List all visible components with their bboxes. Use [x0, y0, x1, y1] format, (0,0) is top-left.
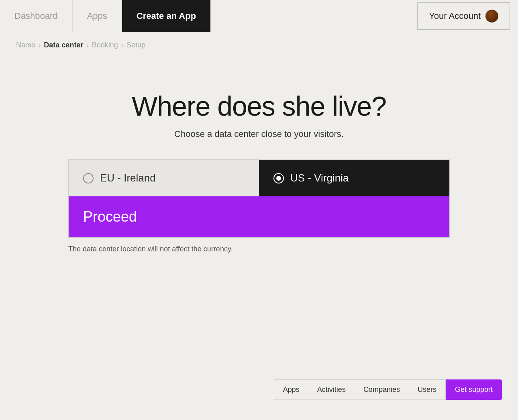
breadcrumb-sep-2: › [86, 42, 88, 49]
breadcrumb-setup[interactable]: Setup [126, 41, 145, 49]
main-content: Where does she live? Choose a data cente… [0, 58, 518, 253]
footer-activities[interactable]: Activities [308, 379, 355, 400]
avatar [485, 10, 498, 22]
breadcrumb-sep-3: › [121, 42, 123, 49]
selector-options: EU - Ireland US - Virginia [69, 160, 449, 196]
page-title: Where does she live? [132, 90, 386, 122]
nav-create-app[interactable]: Create an App [122, 0, 211, 32]
breadcrumb-sep-1: › [39, 42, 41, 49]
breadcrumb-name[interactable]: Name [16, 41, 35, 49]
breadcrumb-booking[interactable]: Booking [92, 41, 118, 49]
radio-us-virginia-dot [276, 176, 281, 181]
option-eu-ireland[interactable]: EU - Ireland [69, 160, 259, 196]
datacenter-selector: EU - Ireland US - Virginia Proceed [68, 159, 450, 238]
get-support-button[interactable]: Get support [446, 379, 502, 400]
proceed-button[interactable]: Proceed [69, 196, 449, 237]
breadcrumb-datacenter[interactable]: Data center [44, 41, 83, 49]
top-nav: Dashboard Apps Create an App Your Accoun… [0, 0, 518, 32]
nav-apps[interactable]: Apps [73, 0, 122, 32]
note-text: The data center location will not affect… [68, 245, 450, 253]
footer-users[interactable]: Users [409, 379, 446, 400]
option-us-virginia[interactable]: US - Virginia [259, 160, 449, 196]
option-us-virginia-label: US - Virginia [290, 172, 349, 184]
radio-us-virginia [273, 173, 284, 183]
footer-apps[interactable]: Apps [274, 379, 308, 400]
option-eu-ireland-label: EU - Ireland [100, 172, 156, 184]
breadcrumb: Name › Data center › Booking › Setup [0, 32, 518, 58]
page-subtitle: Choose a data center close to your visit… [174, 129, 344, 139]
account-button[interactable]: Your Account [417, 2, 510, 30]
footer-companies[interactable]: Companies [355, 379, 409, 400]
radio-eu-ireland [83, 173, 94, 183]
nav-dashboard[interactable]: Dashboard [0, 0, 73, 32]
footer: Apps Activities Companies Users Get supp… [274, 379, 502, 400]
